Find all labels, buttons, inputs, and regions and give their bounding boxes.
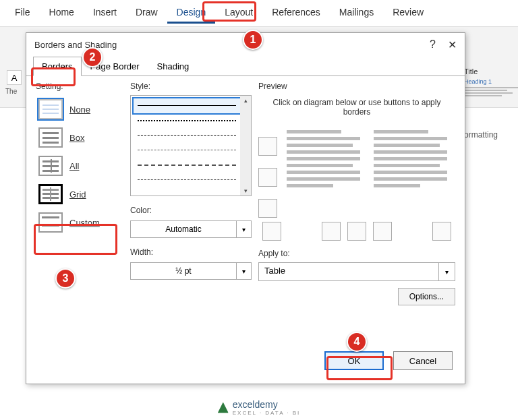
preview-right-border-btn[interactable] xyxy=(373,222,392,241)
options-button[interactable]: Options... xyxy=(398,288,455,305)
help-button[interactable]: ? xyxy=(430,38,436,51)
setting-all-label: All xyxy=(69,161,79,171)
style-dotted[interactable] xyxy=(134,113,248,128)
width-label: Width: xyxy=(130,247,252,257)
color-value: Automatic xyxy=(131,221,236,237)
setting-all-icon xyxy=(38,156,63,176)
watermark-name: exceldemy xyxy=(233,399,278,410)
style-listbox[interactable]: ▴▾ xyxy=(130,95,252,196)
ribbon-tab-design[interactable]: Design xyxy=(167,3,216,24)
ribbon-tab-home[interactable]: Home xyxy=(40,3,84,24)
apply-to-dropdown[interactable]: Table ▾ xyxy=(258,262,455,281)
ribbon-tab-draw[interactable]: Draw xyxy=(126,3,167,24)
tab-shading[interactable]: Shading xyxy=(148,57,198,76)
themes-icon[interactable]: A xyxy=(7,70,22,85)
apply-to-label: Apply to: xyxy=(258,249,455,258)
tab-borders[interactable]: Borders xyxy=(33,57,82,76)
callout-1: 1 xyxy=(243,30,263,50)
cancel-button[interactable]: Cancel xyxy=(393,351,453,370)
setting-custom-label: Custom xyxy=(69,218,100,228)
watermark-logo-icon xyxy=(218,402,229,413)
apply-to-dropdown-btn[interactable]: ▾ xyxy=(438,263,455,280)
setting-none-label: None xyxy=(69,104,90,115)
style-solid[interactable] xyxy=(134,98,248,113)
preview-left-border-btn[interactable] xyxy=(322,222,341,241)
width-dropdown-btn[interactable]: ▾ xyxy=(236,263,251,279)
setting-grid-icon xyxy=(38,184,63,204)
style-dashed-3[interactable] xyxy=(134,158,248,173)
preview-hint: Click on diagram below or use buttons to… xyxy=(272,98,442,117)
setting-custom-icon xyxy=(38,212,63,233)
setting-grid[interactable]: Grid xyxy=(36,180,123,208)
setting-box-label: Box xyxy=(69,133,84,143)
style-label: Style: xyxy=(130,82,252,91)
style-dashed-1[interactable] xyxy=(134,128,248,143)
watermark: exceldemy EXCEL · DATA · BI xyxy=(218,399,301,416)
preview-diagram[interactable] xyxy=(283,123,455,218)
apply-to-value: Table xyxy=(259,263,438,280)
callout-4: 4 xyxy=(347,332,367,352)
peek-formatting-label: ormatting xyxy=(464,130,518,140)
style-gallery-peek: Title Heading 1 ormatting xyxy=(464,67,518,140)
style-dashed-4[interactable] xyxy=(134,173,248,187)
ribbon-tabs: File Home Insert Draw Design Layout Refe… xyxy=(0,0,518,27)
ribbon-tab-review[interactable]: Review xyxy=(383,3,433,24)
ribbon-tab-mailings[interactable]: Mailings xyxy=(330,3,383,24)
callout-3: 3 xyxy=(55,268,76,289)
preview-diag-down-btn[interactable] xyxy=(262,222,281,241)
setting-box[interactable]: Box xyxy=(36,123,123,152)
style-scrollbar[interactable]: ▴▾ xyxy=(240,96,251,196)
preview-diag-up-btn[interactable] xyxy=(432,222,451,241)
setting-label: Setting: xyxy=(36,82,123,91)
style-dashed-2[interactable] xyxy=(134,143,248,158)
preview-vmid-border-btn[interactable] xyxy=(347,222,366,241)
peek-title: Title xyxy=(464,67,518,76)
setting-custom[interactable]: Custom xyxy=(36,208,123,237)
close-button[interactable]: ✕ xyxy=(448,38,457,51)
dialog-title: Borders and Shading xyxy=(34,40,117,50)
color-dropdown-btn[interactable]: ▾ xyxy=(236,221,251,237)
callout-2: 2 xyxy=(82,47,103,67)
setting-none-icon xyxy=(38,99,63,119)
peek-heading: Heading 1 xyxy=(464,78,518,85)
ribbon-tab-references[interactable]: References xyxy=(262,3,330,24)
ok-button[interactable]: OK xyxy=(324,351,384,370)
borders-shading-dialog: Borders and Shading ? ✕ Borders Page Bor… xyxy=(26,32,465,384)
preview-bottom-border-btn[interactable] xyxy=(258,199,277,218)
themes-label: The xyxy=(5,88,17,95)
ribbon-tab-file[interactable]: File xyxy=(5,3,40,24)
setting-none[interactable]: None xyxy=(36,95,123,123)
width-value: ½ pt xyxy=(131,263,236,279)
watermark-sub: EXCEL · DATA · BI xyxy=(233,410,301,416)
setting-all[interactable]: All xyxy=(36,152,123,180)
ribbon-tab-insert[interactable]: Insert xyxy=(84,3,126,24)
ribbon-tab-layout[interactable]: Layout xyxy=(215,3,262,24)
color-label: Color: xyxy=(130,206,252,215)
width-dropdown[interactable]: ½ pt ▾ xyxy=(130,262,252,280)
color-dropdown[interactable]: Automatic ▾ xyxy=(130,220,252,238)
preview-label: Preview xyxy=(258,82,455,91)
preview-hmid-border-btn[interactable] xyxy=(258,168,277,187)
dialog-footer: OK Cancel xyxy=(26,344,465,377)
preview-top-border-btn[interactable] xyxy=(258,137,277,156)
setting-box-icon xyxy=(38,127,63,148)
setting-grid-label: Grid xyxy=(69,189,86,200)
